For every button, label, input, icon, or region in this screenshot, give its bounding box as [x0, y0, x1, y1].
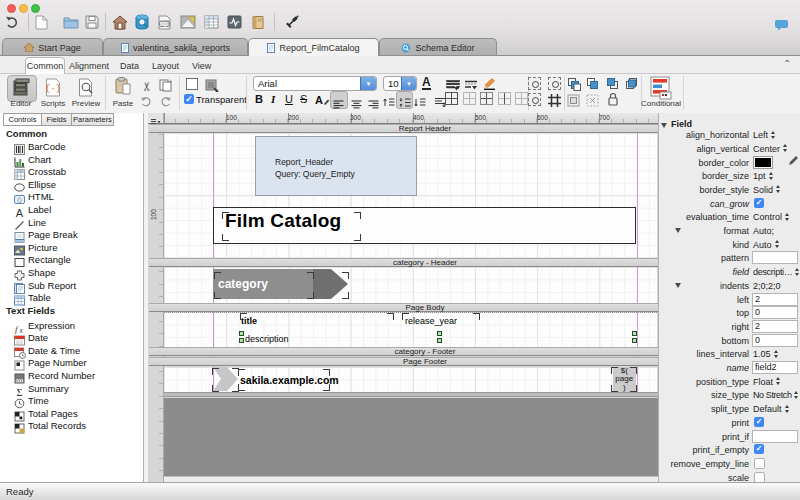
svg-text:A: A: [315, 94, 323, 106]
svg-text:SQL: SQL: [160, 21, 170, 26]
svg-text:{·}: {·}: [45, 84, 61, 94]
svg-text:〈〉: 〈〉: [17, 196, 21, 203]
